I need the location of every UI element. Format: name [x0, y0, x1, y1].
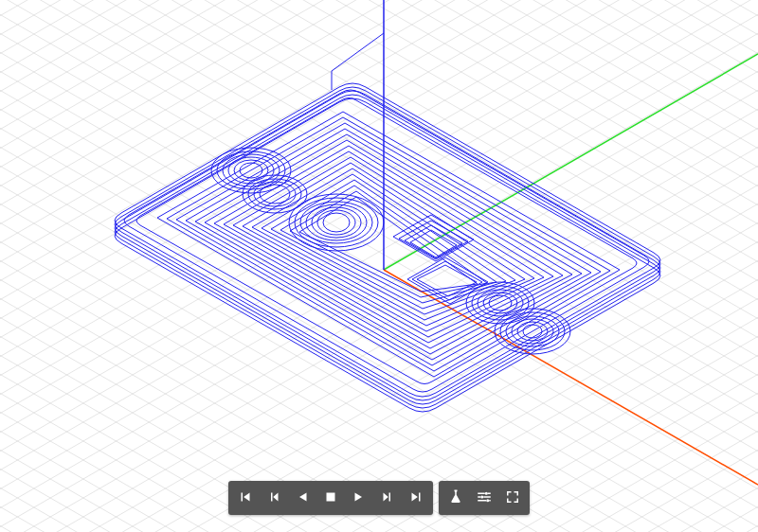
simulate-button[interactable] — [442, 485, 469, 511]
settings-button[interactable] — [471, 485, 497, 511]
skip-to-start-button[interactable] — [232, 485, 259, 511]
svg-point-152 — [485, 491, 488, 494]
svg-line-75 — [0, 151, 758, 532]
svg-line-109 — [0, 0, 758, 257]
toolpath-canvas — [0, 0, 758, 532]
svg-line-34 — [0, 0, 758, 523]
svg-line-52 — [0, 0, 758, 182]
svg-line-68 — [0, 19, 758, 532]
svg-point-136 — [312, 207, 361, 238]
svg-line-113 — [0, 0, 758, 182]
fullscreen-icon — [504, 488, 521, 508]
svg-line-119 — [0, 0, 758, 68]
fullscreen-button[interactable] — [499, 485, 526, 511]
svg-line-54 — [0, 0, 758, 144]
grid — [0, 0, 758, 532]
svg-line-10 — [0, 76, 758, 532]
svg-line-44 — [0, 0, 758, 333]
playback-group — [228, 481, 433, 515]
svg-point-134 — [300, 202, 372, 243]
svg-line-71 — [0, 76, 758, 532]
svg-line-58 — [0, 0, 758, 68]
flask-icon — [447, 488, 464, 508]
play-reverse-button[interactable] — [289, 485, 316, 511]
step-back-button[interactable] — [261, 485, 287, 511]
cnc-viewport[interactable] — [0, 0, 758, 532]
svg-line-14 — [0, 151, 758, 532]
step-forward-icon — [379, 488, 396, 508]
svg-line-36 — [0, 0, 758, 485]
svg-line-9 — [0, 57, 758, 532]
play-icon — [351, 488, 368, 508]
svg-line-70 — [0, 57, 758, 532]
tools-group — [439, 481, 530, 515]
step-back-icon — [265, 488, 282, 508]
svg-line-117 — [0, 0, 758, 106]
svg-point-133 — [295, 198, 378, 247]
svg-line-13 — [0, 133, 758, 532]
svg-line-150 — [332, 33, 384, 71]
svg-line-48 — [0, 0, 758, 257]
sliders-icon — [476, 488, 493, 508]
svg-line-97 — [0, 0, 758, 485]
svg-point-154 — [486, 499, 489, 502]
step-forward-button[interactable] — [374, 485, 401, 511]
svg-line-7 — [0, 19, 758, 532]
playback-toolbar — [228, 481, 530, 515]
svg-point-132 — [289, 194, 384, 251]
svg-line-115 — [0, 0, 758, 144]
svg-point-138 — [323, 213, 350, 232]
svg-line-95 — [0, 0, 758, 523]
svg-line-11 — [0, 95, 758, 532]
stop-icon — [322, 488, 339, 508]
stop-button[interactable] — [317, 485, 344, 511]
svg-line-74 — [0, 133, 758, 532]
svg-line-56 — [0, 0, 758, 106]
svg-line-105 — [0, 0, 758, 333]
play-button[interactable] — [346, 485, 372, 511]
skip-to-end-icon — [407, 488, 424, 508]
svg-line-72 — [0, 95, 758, 532]
skip-to-start-icon — [237, 488, 254, 508]
svg-point-153 — [480, 495, 483, 498]
skip-to-end-button[interactable] — [403, 485, 429, 511]
play-reverse-icon — [294, 488, 311, 508]
